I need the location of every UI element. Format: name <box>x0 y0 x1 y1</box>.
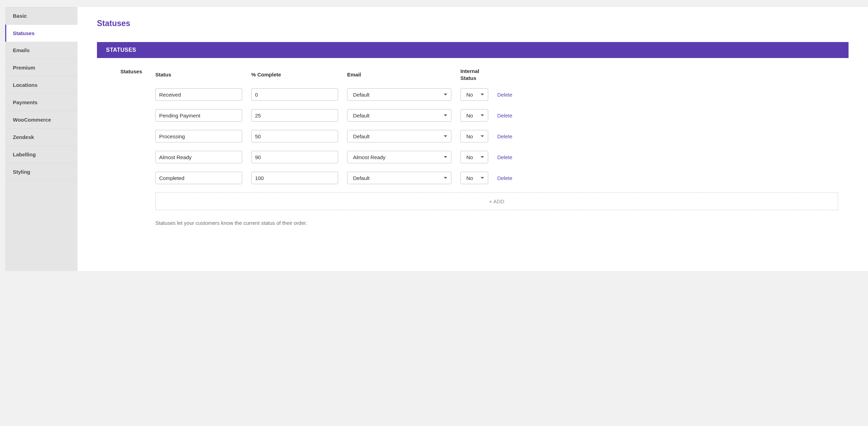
sidebar-item-woocommerce[interactable]: WooCommerce <box>5 111 77 129</box>
sidebar-item-styling[interactable]: Styling <box>5 163 77 181</box>
status-internal-select[interactable]: No <box>460 109 488 122</box>
statuses-table: Statuses Status % Complete Email Interna… <box>107 68 838 226</box>
status-internal-select-wrap: No <box>460 130 488 142</box>
status-email-select-wrap: Default <box>347 130 451 142</box>
status-internal-select[interactable]: No <box>460 88 488 101</box>
grid: Status % Complete Email Internal Status … <box>155 68 838 226</box>
status-email-select-wrap: Default <box>347 172 451 184</box>
status-row: Default No Delete <box>155 130 838 142</box>
status-row: Default No Delete <box>155 109 838 122</box>
status-name-input[interactable] <box>155 130 242 142</box>
status-email-select[interactable]: Default <box>347 130 451 142</box>
col-header-email: Email <box>347 72 451 77</box>
sidebar-item-zendesk[interactable]: Zendesk <box>5 129 77 146</box>
status-delete-link[interactable]: Delete <box>497 113 838 118</box>
status-row: Default No Delete <box>155 172 838 184</box>
sidebar-item-basic[interactable]: Basic <box>5 7 77 25</box>
status-email-select[interactable]: Default <box>347 172 451 184</box>
status-name-input[interactable] <box>155 151 242 163</box>
status-name-input[interactable] <box>155 172 242 184</box>
status-internal-select[interactable]: No <box>460 151 488 163</box>
sidebar-item-locations[interactable]: Locations <box>5 76 77 94</box>
sidebar-item-statuses[interactable]: Statuses <box>5 25 77 42</box>
sidebar-item-premium[interactable]: Premium <box>5 59 77 76</box>
status-email-select-wrap: Almost Ready <box>347 151 451 163</box>
status-row: Almost Ready No Delete <box>155 151 838 163</box>
page-root: Basic Statuses Emails Premium Locations … <box>0 0 868 271</box>
grid-header-row: Status % Complete Email Internal Status <box>155 68 838 81</box>
status-delete-link[interactable]: Delete <box>497 133 838 139</box>
status-email-select-wrap: Default <box>347 109 451 122</box>
status-percent-input[interactable] <box>251 88 338 101</box>
status-delete-link[interactable]: Delete <box>497 175 838 181</box>
status-percent-input[interactable] <box>251 151 338 163</box>
help-text: Statuses let your customers know the cur… <box>155 220 838 226</box>
sidebar-item-payments[interactable]: Payments <box>5 94 77 111</box>
status-delete-link[interactable]: Delete <box>497 154 838 160</box>
sidebar: Basic Statuses Emails Premium Locations … <box>5 7 77 271</box>
page-title: Statuses <box>97 19 849 28</box>
status-internal-select-wrap: No <box>460 172 488 184</box>
status-percent-input[interactable] <box>251 172 338 184</box>
status-internal-select[interactable]: No <box>460 172 488 184</box>
status-email-select[interactable]: Default <box>347 88 451 101</box>
section-header: STATUSES <box>97 42 849 58</box>
status-internal-select[interactable]: No <box>460 130 488 142</box>
col-header-internal: Internal Status <box>460 68 488 81</box>
sidebar-item-labelling[interactable]: Labelling <box>5 146 77 163</box>
main-content: Statuses STATUSES Statuses Status % Comp… <box>77 7 868 271</box>
status-percent-input[interactable] <box>251 130 338 142</box>
row-label: Statuses <box>107 68 142 226</box>
status-internal-select-wrap: No <box>460 88 488 101</box>
status-internal-select-wrap: No <box>460 109 488 122</box>
status-email-select[interactable]: Default <box>347 109 451 122</box>
status-name-input[interactable] <box>155 88 242 101</box>
add-status-button[interactable]: + ADD <box>155 192 838 210</box>
status-row: Default No Delete <box>155 88 838 101</box>
status-email-select[interactable]: Almost Ready <box>347 151 451 163</box>
status-name-input[interactable] <box>155 109 242 122</box>
section-body: Statuses Status % Complete Email Interna… <box>97 58 849 236</box>
status-email-select-wrap: Default <box>347 88 451 101</box>
sidebar-item-emails[interactable]: Emails <box>5 42 77 59</box>
status-internal-select-wrap: No <box>460 151 488 163</box>
col-header-percent: % Complete <box>251 72 338 77</box>
col-header-status: Status <box>155 72 242 77</box>
status-percent-input[interactable] <box>251 109 338 122</box>
status-delete-link[interactable]: Delete <box>497 92 838 98</box>
